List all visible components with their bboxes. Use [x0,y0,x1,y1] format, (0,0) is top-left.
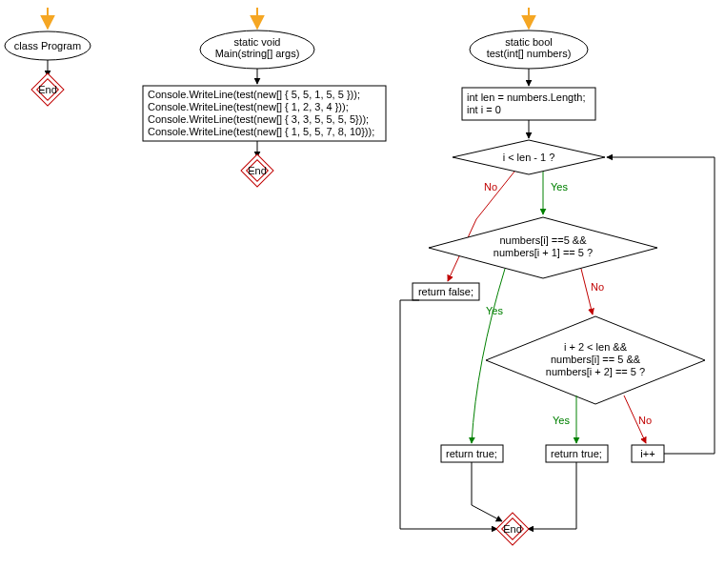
flowchart-main: static void Main(string[] args) Console.… [143,8,386,187]
cond-adj-line1: numbers[i] ==5 && [499,234,587,246]
return-true-2-label: return true; [551,448,602,459]
body-line: Console.WriteLine(test(new[] { 5, 5, 1, … [148,89,360,100]
return-true-1-label: return true; [446,448,497,459]
terminal-label-line1: static void [234,36,281,48]
edge-yes-label: Yes [553,415,570,426]
init-line: int i = 0 [467,104,501,115]
edge-no-label: No [638,415,652,426]
body-line: Console.WriteLine(test(new[] { 3, 3, 5, … [148,113,369,125]
end-node: End [241,154,273,187]
edge-no-label: No [484,181,497,193]
edge-icon [472,462,502,521]
inc-label: i++ [640,448,655,459]
terminal-label-line2: Main(string[] args) [215,48,300,59]
body-line: Console.WriteLine(test(new[] { 1, 2, 3, … [148,101,349,112]
edge-icon [400,300,497,529]
init-line: int len = numbers.Length; [467,91,585,103]
end-label: End [38,84,57,95]
edge-yes-label: Yes [551,181,568,193]
edge-icon [528,462,576,529]
end-label: End [248,165,267,176]
terminal-label-line1: static bool [505,36,553,48]
cond-gap-line3: numbers[i + 2] == 5 ? [546,366,645,377]
end-node: End [31,73,64,106]
flowchart-program: class Program End [5,8,91,106]
edge-no-label: No [591,281,604,293]
cond-gap-line2: numbers[i] == 5 && [551,354,641,365]
end-node: End [496,513,529,545]
terminal-label: class Program [14,40,81,51]
terminal-label-line2: test(int[] numbers) [487,48,572,59]
end-label: End [503,523,522,535]
flowchart-test: static bool test(int[] numbers) int len … [400,8,715,545]
return-false-label: return false; [418,286,473,297]
cond-loop-label: i < len - 1 ? [503,152,555,163]
edge-yes-label: Yes [486,305,503,316]
cond-adj-line2: numbers[i + 1] == 5 ? [493,247,593,258]
body-line: Console.WriteLine(test(new[] { 1, 5, 5, … [148,126,374,137]
cond-gap-line1: i + 2 < len && [564,341,628,353]
edge-back-icon [607,157,715,454]
